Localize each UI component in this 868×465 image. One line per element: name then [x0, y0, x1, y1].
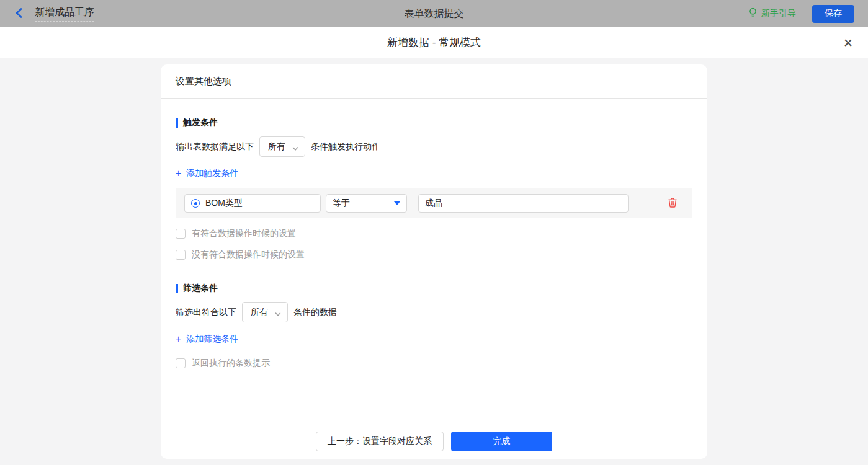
topbar: 表单数据提交 新增成品工序 新手引导 保存	[0, 0, 868, 27]
trash-icon	[668, 197, 678, 210]
trigger-match-select[interactable]: 所有	[259, 136, 305, 157]
checkbox-label: 返回执行的条数提示	[192, 358, 270, 369]
filter-section-title: 筛选条件	[176, 283, 692, 294]
filter-match-select[interactable]: 所有	[242, 302, 288, 322]
add-trigger-condition-label: 添加触发条件	[186, 168, 238, 179]
trigger-sentence: 输出表数据满足以下 所有 条件触发执行动作	[176, 136, 692, 157]
chevron-left-icon	[14, 7, 25, 20]
checkbox-icon	[176, 229, 186, 239]
card-header-title: 设置其他选项	[176, 76, 231, 87]
trigger-sentence-suffix: 条件触发执行动作	[311, 141, 380, 153]
condition-operator-select[interactable]: 等于	[326, 194, 407, 213]
topbar-center-title: 表单数据提交	[0, 7, 868, 20]
plus-icon	[176, 334, 181, 344]
condition-operator-label: 等于	[333, 198, 350, 209]
plus-icon	[176, 169, 181, 179]
checkbox-label: 有符合数据操作时候的设置	[192, 228, 296, 239]
workflow-name[interactable]: 新增成品工序	[35, 6, 94, 22]
filter-section-label: 筛选条件	[183, 283, 218, 294]
lightbulb-icon	[748, 7, 758, 20]
filter-sentence-prefix: 筛选出符合以下	[176, 307, 236, 318]
caret-down-icon	[394, 202, 400, 205]
checkbox-icon	[176, 250, 186, 260]
checkbox-has-matching-data[interactable]: 有符合数据操作时候的设置	[176, 228, 692, 239]
condition-row: BOM类型 等于	[176, 188, 692, 218]
add-trigger-condition-link[interactable]: 添加触发条件	[176, 168, 238, 179]
chevron-down-icon	[292, 144, 298, 150]
filter-sentence-suffix: 条件的数据	[293, 307, 337, 318]
card-content: 触发条件 输出表数据满足以下 所有 条件触发执行动作 添加触发条件	[161, 99, 707, 423]
options-card: 设置其他选项 触发条件 输出表数据满足以下 所有 条件触发执	[161, 64, 707, 459]
beginner-guide-label: 新手引导	[761, 8, 796, 19]
checkbox-icon	[176, 358, 186, 368]
filter-match-value: 所有	[251, 307, 268, 318]
trigger-section-title: 触发条件	[176, 117, 692, 128]
add-filter-condition-link[interactable]: 添加筛选条件	[176, 334, 238, 345]
condition-value-input[interactable]	[418, 194, 629, 213]
filter-sentence: 筛选出符合以下 所有 条件的数据	[176, 302, 692, 322]
condition-field-label: BOM类型	[205, 198, 243, 209]
modal-body: 设置其他选项 触发条件 输出表数据满足以下 所有 条件触发执	[0, 58, 868, 465]
trigger-section: 触发条件 输出表数据满足以下 所有 条件触发执行动作 添加触发条件	[176, 117, 692, 260]
card-header: 设置其他选项	[161, 64, 707, 99]
save-button[interactable]: 保存	[812, 5, 854, 23]
chevron-down-icon	[275, 309, 281, 316]
beginner-guide-link[interactable]: 新手引导	[748, 7, 796, 20]
condition-field-select[interactable]: BOM类型	[184, 194, 321, 213]
section-accent-bar	[176, 284, 178, 293]
previous-step-button[interactable]: 上一步：设置字段对应关系	[316, 432, 444, 451]
checkbox-return-count-tip[interactable]: 返回执行的条数提示	[176, 358, 692, 369]
checkbox-no-matching-data[interactable]: 没有符合数据操作时候的设置	[176, 249, 692, 260]
radio-field-icon	[191, 199, 200, 208]
trigger-section-label: 触发条件	[183, 117, 218, 128]
trigger-match-value: 所有	[268, 141, 285, 153]
close-icon[interactable]: ✕	[843, 37, 853, 48]
back-button[interactable]	[14, 7, 25, 20]
modal-title: 新增数据 - 常规模式	[387, 35, 481, 50]
done-button[interactable]: 完成	[451, 432, 552, 451]
checkbox-label: 没有符合数据操作时候的设置	[192, 249, 305, 260]
add-filter-condition-label: 添加筛选条件	[186, 334, 238, 345]
trigger-sentence-prefix: 输出表数据满足以下	[176, 141, 254, 153]
filter-section: 筛选条件 筛选出符合以下 所有 条件的数据 添加筛选条件	[176, 283, 692, 369]
modal-header: 新增数据 - 常规模式 ✕	[0, 27, 868, 58]
delete-condition-button[interactable]	[668, 197, 678, 210]
card-footer: 上一步：设置字段对应关系 完成	[161, 423, 707, 459]
section-accent-bar	[176, 118, 178, 128]
